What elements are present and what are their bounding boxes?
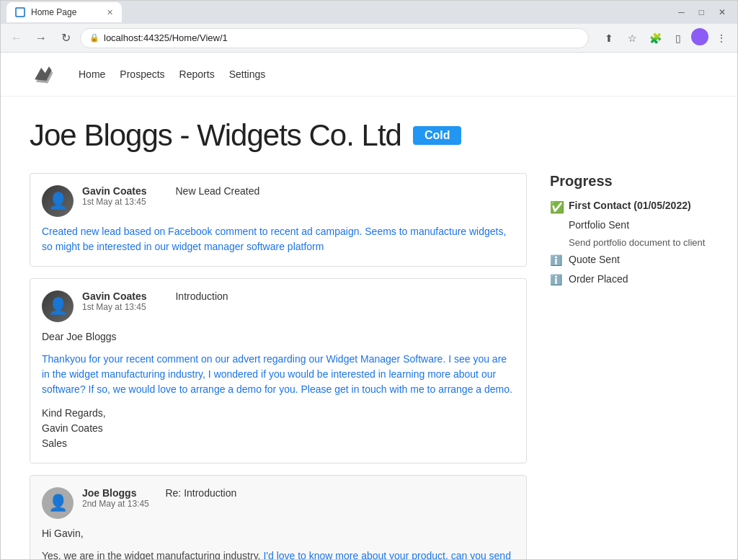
greeting-3: Hi Gavin,: [42, 526, 515, 541]
address-text: localhost:44325/Home/View/1: [104, 32, 228, 43]
spacer-icon: [550, 219, 563, 231]
tab-title: Home Page: [31, 7, 76, 17]
quote-label: Quote Sent: [569, 254, 620, 265]
avatar-gavin-1: 👤: [42, 185, 74, 217]
message-header-1: 👤 Gavin Coates New Lead Created 1st May …: [42, 185, 515, 217]
maximize-button[interactable]: □: [693, 4, 710, 20]
lock-icon: 🔒: [89, 33, 99, 43]
progress-title: Progress: [550, 173, 708, 190]
logo-svg: [30, 61, 55, 87]
minimize-button[interactable]: ─: [672, 4, 690, 20]
timestamp-1: 1st May at 13:45: [82, 197, 515, 207]
sender-name-3: Joe Bloggs: [82, 487, 136, 499]
nav-settings[interactable]: Settings: [229, 68, 266, 80]
timestamp-2: 1st May at 13:45: [82, 302, 515, 312]
sign-off-line-1: Kind Regards,: [42, 406, 515, 421]
page-title: Joe Bloggs - Widgets Co. Ltd: [30, 118, 401, 153]
timestamp-3: 2nd May at 13:45: [82, 499, 515, 509]
sign-off-line-3: Sales: [42, 436, 515, 451]
nav-links: Home Prospects Reports Settings: [79, 68, 265, 80]
browser-controls: ← → ↻ 🔒 localhost:44325/Home/View/1 ⬆ ☆ …: [1, 24, 737, 53]
browser-tab[interactable]: Home Page ✕: [6, 2, 122, 22]
message-meta-1: Gavin Coates New Lead Created 1st May at…: [82, 185, 515, 207]
message-body-2: Dear Joe Bloggs Thankyou for your recent…: [42, 329, 515, 451]
page-content: Home Prospects Reports Settings Joe Blog…: [1, 53, 737, 559]
share-button[interactable]: ⬆: [599, 28, 619, 48]
message-meta-3: Joe Bloggs Re: Introduction 2nd May at 1…: [82, 487, 515, 509]
address-bar[interactable]: 🔒 localhost:44325/Home/View/1: [80, 28, 589, 48]
info-icon-order: ℹ️: [550, 274, 563, 287]
close-button[interactable]: ✕: [713, 4, 732, 20]
body-blue-2: Thankyou for your recent comment on our …: [42, 352, 515, 397]
window-controls: ─ □ ✕: [672, 4, 732, 20]
body-text-3: Yes, we are in the widget manufacturing …: [42, 548, 515, 559]
body-text-1: Created new lead based on Facebook comme…: [42, 226, 506, 252]
forward-button[interactable]: →: [31, 28, 51, 48]
main-content: Joe Bloggs - Widgets Co. Ltd Cold 👤: [1, 97, 737, 559]
avatar-gavin-2: 👤: [42, 290, 74, 322]
message-header-3: 👤 Joe Bloggs Re: Introduction 2nd May at…: [42, 487, 515, 519]
subject-2: Introduction: [175, 290, 228, 302]
content-layout: 👤 Gavin Coates New Lead Created 1st May …: [30, 173, 708, 559]
reload-button[interactable]: ↻: [55, 28, 76, 48]
portfolio-label: Portfolio Sent: [569, 219, 629, 231]
browser-frame: Home Page ✕ ─ □ ✕ ← → ↻ 🔒 localhost:4432…: [0, 0, 738, 560]
progress-item-portfolio: Portfolio Sent: [550, 219, 708, 231]
page-title-section: Joe Bloggs - Widgets Co. Ltd Cold: [30, 118, 708, 153]
info-icon-quote: ℹ️: [550, 254, 563, 267]
portfolio-sub: Send portfolio document to client: [569, 236, 708, 249]
progress-item-quote: ℹ️ Quote Sent: [550, 254, 708, 267]
subject-3: Re: Introduction: [165, 487, 236, 499]
message-body-1: Created new lead based on Facebook comme…: [42, 224, 515, 254]
check-icon: ✅: [550, 200, 563, 213]
svg-rect-0: [17, 9, 24, 16]
message-meta-2: Gavin Coates Introduction 1st May at 13:…: [82, 290, 515, 312]
progress-item-first-contact: ✅ First Contact (01/05/2022): [550, 200, 708, 213]
browser-actions: ⬆ ☆ 🧩 ▯ ⋮: [599, 28, 732, 48]
bookmark-button[interactable]: ☆: [622, 28, 642, 48]
site-logo: [30, 61, 55, 87]
extensions-button[interactable]: 🧩: [645, 28, 665, 48]
message-body-3: Hi Gavin, Yes, we are in the widget manu…: [42, 526, 515, 559]
sender-name-1: Gavin Coates: [82, 185, 146, 197]
message-header-2: 👤 Gavin Coates Introduction 1st May at 1…: [42, 290, 515, 322]
sidebar-button[interactable]: ▯: [668, 28, 688, 48]
tab-favicon: [15, 7, 25, 17]
browser-titlebar: Home Page ✕ ─ □ ✕: [1, 1, 737, 24]
order-label: Order Placed: [569, 273, 628, 285]
message-card-2: 👤 Gavin Coates Introduction 1st May at 1…: [30, 278, 527, 463]
status-badge: Cold: [413, 126, 462, 145]
progress-sidebar: Progress ✅ First Contact (01/05/2022) Po…: [550, 173, 708, 559]
first-contact-label: First Contact (01/05/2022): [569, 200, 691, 211]
message-card-1: 👤 Gavin Coates New Lead Created 1st May …: [30, 173, 527, 267]
back-button[interactable]: ←: [6, 28, 27, 48]
nav-prospects[interactable]: Prospects: [120, 68, 164, 80]
progress-item-order: ℹ️ Order Placed: [550, 273, 708, 287]
sender-name-2: Gavin Coates: [82, 290, 146, 302]
avatar-joe: 👤: [42, 487, 74, 519]
messages-column: 👤 Gavin Coates New Lead Created 1st May …: [30, 173, 527, 559]
subject-1: New Lead Created: [175, 185, 259, 197]
tab-close-button[interactable]: ✕: [107, 8, 113, 17]
nav-home[interactable]: Home: [79, 68, 105, 80]
profile-avatar[interactable]: [691, 28, 708, 45]
site-nav: Home Prospects Reports Settings: [1, 53, 737, 97]
message-card-3: 👤 Joe Bloggs Re: Introduction 2nd May at…: [30, 475, 527, 559]
sign-off-line-2: Gavin Coates: [42, 421, 515, 436]
greeting-2: Dear Joe Bloggs: [42, 329, 515, 345]
sign-off-2: Kind Regards, Gavin Coates Sales: [42, 406, 515, 451]
menu-button[interactable]: ⋮: [711, 28, 732, 48]
nav-reports[interactable]: Reports: [179, 68, 215, 80]
